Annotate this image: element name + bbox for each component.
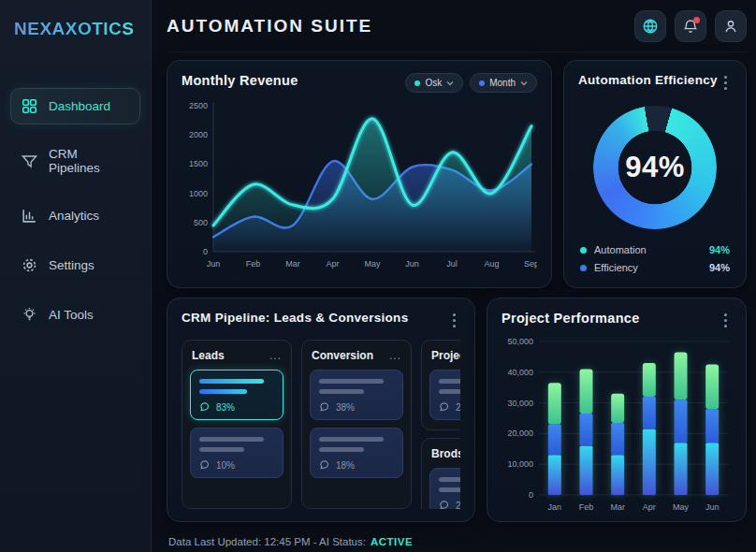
legend-dot [580, 247, 587, 254]
svg-text:1500: 1500 [189, 159, 208, 168]
legend-value: 94% [709, 244, 730, 255]
efficiency-card-title: Automation Efficiency [578, 73, 718, 87]
kanban-card[interactable]: 83% [190, 370, 284, 420]
svg-text:Apr: Apr [326, 259, 339, 269]
bar-chart-icon [21, 207, 38, 225]
sidebar-item-label: Dashboard [49, 99, 110, 113]
crm-card-header: CRM Pipeline: Leads & Conversions [182, 311, 460, 330]
revenue-card-header: Monthly Revenue Osk Month [182, 73, 537, 93]
project-performance-card: Project Performance [487, 298, 747, 522]
efficiency-card-header: Automation Efficiency [578, 73, 732, 93]
app-root: NEXAXOTICS Dashboard CRM Pipelines Analy… [0, 0, 756, 552]
column-menu-button[interactable]: ... [269, 353, 282, 358]
sidebar-item-label: Analytics [49, 209, 99, 223]
performance-bar-chart: 010,00020,00030,00040,00050,000JanFebMar… [502, 334, 732, 516]
language-button[interactable] [634, 10, 666, 42]
svg-text:Jun: Jun [405, 259, 419, 269]
task-bar [319, 447, 364, 452]
progress-value: 10% [216, 460, 235, 471]
performance-card-header: Project Performance [502, 311, 732, 330]
column-title: Conversion [312, 349, 373, 362]
task-bar [319, 437, 384, 442]
grid-icon [21, 97, 38, 115]
content: Monthly Revenue Osk Month [167, 52, 747, 552]
filter-dot [414, 80, 420, 86]
topbar-icons [634, 10, 747, 42]
kanban-card[interactable]: 38% [310, 370, 403, 420]
bulb-icon [21, 306, 38, 324]
sidebar-item-analytics[interactable]: Analytics [10, 197, 140, 234]
kanban-card[interactable]: 10% [190, 428, 284, 478]
funnel-icon [21, 153, 38, 170]
card-progress: 18% [319, 459, 394, 471]
filter-dot [479, 80, 485, 86]
row-top: Monthly Revenue Osk Month [167, 60, 747, 288]
sidebar-item-label: CRM Pipelines [49, 147, 130, 175]
main-area: AUTOMATION SUITE [152, 0, 756, 552]
sidebar: NEXAXOTICS Dashboard CRM Pipelines Analy… [0, 0, 152, 552]
kanban-column-stack: Project 20% [421, 340, 460, 509]
comment-icon [319, 401, 330, 413]
svg-text:Aug: Aug [484, 259, 499, 269]
kanban-card[interactable]: 20% [429, 370, 460, 420]
filter-dropdown-2[interactable]: Month [470, 73, 537, 93]
crm-pipeline-card: CRM Pipeline: Leads & Conversions Leads … [167, 298, 475, 522]
kanban-column-leads: Leads ... 83% [182, 340, 292, 509]
legend-label: Automation [594, 244, 647, 255]
efficiency-menu-button[interactable] [720, 73, 732, 93]
svg-text:2500: 2500 [189, 101, 208, 110]
kanban-column-brods: Brods 20% [421, 438, 460, 509]
row-bottom: CRM Pipeline: Leads & Conversions Leads … [167, 298, 747, 522]
revenue-area-chart: 05001000150020002500JunFebMarAprMayJunJu… [182, 98, 537, 274]
revenue-filters: Osk Month [405, 73, 537, 93]
column-title: Project [431, 349, 460, 362]
user-icon [722, 18, 739, 35]
svg-text:Jun: Jun [207, 259, 221, 269]
revenue-card-title: Monthly Revenue [182, 73, 298, 88]
gear-icon [21, 256, 38, 274]
performance-menu-button[interactable] [720, 311, 732, 330]
progress-value: 20% [456, 402, 460, 413]
profile-button[interactable] [715, 10, 747, 42]
sidebar-item-dashboard[interactable]: Dashboard [10, 88, 140, 124]
efficiency-donut-chart: 94% [593, 106, 717, 229]
efficiency-legend: Automation 94% Efficiency 94% [578, 244, 732, 273]
svg-text:Jan: Jan [548, 502, 562, 512]
notifications-button[interactable] [675, 10, 706, 42]
svg-text:Feb: Feb [246, 259, 261, 269]
svg-text:Apr: Apr [643, 502, 656, 512]
filter-dropdown-1[interactable]: Osk [405, 73, 463, 93]
status-bar: Data Last Updated: 12:45 PM - AI Status:… [167, 531, 747, 552]
sidebar-item-ai-tools[interactable]: AI Tools [10, 297, 140, 333]
automation-efficiency-card: Automation Efficiency 94% Automation [563, 60, 747, 288]
column-menu-button[interactable]: ... [389, 353, 401, 358]
task-bar [199, 379, 264, 384]
svg-text:Mar: Mar [285, 259, 300, 269]
svg-text:Feb: Feb [579, 502, 594, 512]
task-bar [439, 389, 460, 394]
status-label: Data Last Updated: 12:45 PM - AI Status: [168, 536, 366, 547]
sidebar-item-label: Settings [49, 258, 94, 272]
donut-center-value: 94% [593, 106, 717, 229]
task-bar [199, 447, 244, 452]
svg-text:40,000: 40,000 [507, 368, 533, 377]
sidebar-item-crm-pipelines[interactable]: CRM Pipelines [10, 138, 140, 184]
kanban-card[interactable]: 18% [310, 428, 403, 478]
progress-value: 20% [456, 501, 460, 510]
svg-text:10,000: 10,000 [507, 459, 533, 469]
svg-text:Jun: Jun [705, 502, 720, 512]
kanban-card[interactable]: 20% [429, 468, 460, 509]
comment-icon [439, 401, 450, 413]
svg-text:500: 500 [194, 218, 208, 227]
legend-dot [580, 265, 587, 271]
svg-text:May: May [364, 259, 381, 269]
topbar: AUTOMATION SUITE [167, 0, 747, 52]
column-title: Leads [192, 349, 225, 362]
svg-text:May: May [673, 502, 690, 512]
svg-text:1000: 1000 [189, 189, 208, 198]
monthly-revenue-card: Monthly Revenue Osk Month [167, 60, 552, 288]
progress-value: 18% [336, 460, 355, 471]
filter-label: Osk [425, 78, 442, 88]
sidebar-item-settings[interactable]: Settings [10, 247, 140, 283]
crm-menu-button[interactable] [448, 311, 460, 330]
